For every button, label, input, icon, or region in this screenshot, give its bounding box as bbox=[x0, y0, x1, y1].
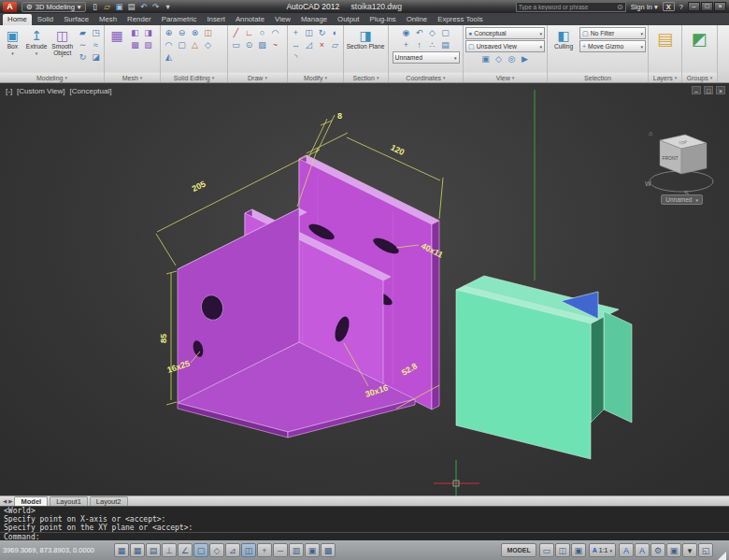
section-plane-button[interactable]: ◨ Section Plane bbox=[346, 27, 385, 72]
close-button[interactable]: × bbox=[714, 2, 726, 11]
viewport-minimize-button[interactable]: – bbox=[692, 86, 701, 94]
ribbon-tab-home[interactable]: Home bbox=[3, 14, 32, 25]
exchange-button[interactable]: X bbox=[663, 2, 675, 11]
view-perspective-icon[interactable]: ◇ bbox=[493, 53, 505, 65]
panel-label-view[interactable]: View▾ bbox=[464, 72, 547, 82]
polyline-icon[interactable]: ∟ bbox=[243, 27, 255, 38]
ellipse-icon[interactable]: ⊙ bbox=[243, 39, 255, 50]
selection-cycling-icon[interactable]: ▩ bbox=[321, 543, 336, 557]
ucs-origin-icon[interactable]: + bbox=[400, 39, 412, 50]
viewcube-home-icon[interactable]: ⌂ bbox=[649, 130, 652, 136]
trim-icon[interactable]: × bbox=[316, 39, 328, 50]
viewcube-west-label[interactable]: W bbox=[645, 180, 651, 187]
fillet-edge-icon[interactable]: ◠ bbox=[163, 39, 175, 50]
panel-label-draw[interactable]: Draw▾ bbox=[228, 72, 287, 82]
tab-model[interactable]: Model bbox=[14, 496, 48, 506]
ribbon-tab-express-tools[interactable]: Express Tools bbox=[433, 14, 487, 25]
slice-solid-icon[interactable]: ◫ bbox=[202, 27, 214, 38]
panel-label-mesh[interactable]: Mesh▾ bbox=[105, 72, 160, 82]
panel-label-modeling[interactable]: Modeling▾ bbox=[0, 72, 104, 82]
undo-icon[interactable]: ↶ bbox=[139, 2, 149, 12]
restore-button[interactable]: □ bbox=[701, 2, 713, 11]
extrude-button[interactable]: ↥ Extrude ▾ bbox=[25, 27, 49, 72]
ucs-named-icon[interactable]: ▤ bbox=[439, 39, 451, 50]
smooth-more-icon[interactable]: ◧ bbox=[129, 27, 141, 38]
view-camera-icon[interactable]: ▣ bbox=[479, 53, 492, 65]
sweep-icon[interactable]: ∼ bbox=[77, 39, 89, 50]
arc-icon[interactable]: ◠ bbox=[269, 27, 281, 38]
coordinate-display[interactable]: 3969.3069, 873.8903, 0.0000 bbox=[3, 546, 111, 554]
panel-label-selection[interactable]: Selection bbox=[548, 72, 648, 82]
annotation-visibility-icon[interactable]: A bbox=[619, 543, 634, 557]
infer-constraints-icon[interactable]: ▦ bbox=[114, 543, 129, 557]
panel-label-groups[interactable]: Groups▾ bbox=[682, 72, 717, 82]
drawing-area[interactable]: 8 120 205 40x11 85 16x25 30x16 52.8 W S … bbox=[0, 83, 729, 495]
save-file-icon[interactable]: ▣ bbox=[115, 2, 124, 12]
slice-icon[interactable]: ◪ bbox=[90, 51, 102, 63]
visual-style-combo[interactable]: ● Conceptual ▾ bbox=[465, 27, 545, 39]
dynamic-ucs-icon[interactable]: ◫ bbox=[241, 543, 256, 557]
ribbon-tab-solid[interactable]: Solid bbox=[33, 14, 58, 25]
bracket-part[interactable] bbox=[178, 155, 439, 438]
transparency-icon[interactable]: ▥ bbox=[289, 543, 304, 557]
erase-icon[interactable]: ▱ bbox=[329, 39, 341, 50]
stretch-icon[interactable]: ↔ bbox=[290, 39, 302, 50]
loft-icon[interactable]: ≈ bbox=[90, 39, 102, 50]
offset-edge-icon[interactable]: ◇ bbox=[202, 39, 214, 50]
status-menu-icon[interactable]: ▾ bbox=[682, 543, 697, 557]
layers-button[interactable]: ▤ bbox=[650, 27, 679, 72]
viewport-restore-button[interactable]: □ bbox=[704, 86, 713, 94]
ribbon-tab-output[interactable]: Output bbox=[333, 14, 364, 25]
rotate-icon[interactable]: ↻ bbox=[316, 27, 328, 38]
ribbon-tab-annotate[interactable]: Annotate bbox=[231, 14, 269, 25]
sign-in-button[interactable]: Sign In ▾ bbox=[631, 3, 658, 11]
gizmo-combo[interactable]: + Move Gizmo ▾ bbox=[579, 40, 646, 52]
presspull-icon[interactable]: ◳ bbox=[90, 27, 102, 38]
object-snap-icon[interactable]: ▢ bbox=[193, 543, 208, 557]
qat-menu-icon[interactable]: ▾ bbox=[164, 2, 173, 12]
layout-switch-icon[interactable]: ▭ bbox=[539, 543, 554, 557]
smooth-object-button[interactable]: ◫ Smooth Object bbox=[50, 27, 75, 72]
help-button[interactable]: ? bbox=[679, 3, 683, 11]
groups-button[interactable]: ◩ bbox=[684, 27, 715, 72]
redo-icon[interactable]: ↷ bbox=[151, 2, 161, 12]
culling-button[interactable]: ◧ Culling bbox=[550, 27, 578, 72]
quick-properties-icon[interactable]: ▣ bbox=[305, 543, 320, 557]
ribbon-tab-parametric[interactable]: Parametric bbox=[157, 14, 202, 25]
open-file-icon[interactable]: ▱ bbox=[103, 2, 112, 12]
ucs-3point-icon[interactable]: ∴ bbox=[426, 39, 438, 50]
object-snap-tracking-icon[interactable]: ⊿ bbox=[225, 543, 240, 557]
toolbar-lock-icon[interactable]: ▣ bbox=[666, 543, 681, 557]
3d-object-snap-icon[interactable]: ◇ bbox=[209, 543, 224, 557]
ucs-world-icon[interactable]: ◉ bbox=[400, 27, 412, 38]
subtract-icon[interactable]: ⊖ bbox=[176, 27, 188, 38]
add-crease-icon[interactable]: ▨ bbox=[142, 39, 154, 50]
viewcube-ucs-button[interactable]: Unnamed ▾ bbox=[661, 194, 703, 205]
snap-mode-icon[interactable]: ▦ bbox=[130, 543, 145, 557]
viewport-visual-style-menu[interactable]: [Conceptual] bbox=[70, 87, 112, 95]
new-file-icon[interactable]: ▯ bbox=[91, 2, 100, 12]
move-icon[interactable]: + bbox=[290, 27, 302, 38]
plot-icon[interactable]: ▤ bbox=[127, 2, 136, 12]
layout-nav-next-icon[interactable]: ▶ bbox=[8, 498, 12, 504]
viewport-controls-menu[interactable]: [-] bbox=[6, 87, 12, 95]
revolve-icon[interactable]: ↻ bbox=[77, 51, 89, 63]
workspace-switcher[interactable]: ⚙ 3D Modeling ▾ bbox=[21, 2, 86, 12]
view-motion-icon[interactable]: ▶ bbox=[519, 53, 531, 65]
spline-icon[interactable]: ~ bbox=[269, 39, 281, 50]
viewport-close-button[interactable]: × bbox=[716, 86, 725, 94]
shell-icon[interactable]: ▢ bbox=[176, 39, 188, 50]
annotation-autoscale-icon[interactable]: A bbox=[635, 543, 650, 557]
line-icon[interactable]: ╱ bbox=[230, 27, 242, 38]
ribbon-tab-mesh[interactable]: Mesh bbox=[94, 14, 122, 25]
ortho-mode-icon[interactable]: ⊥ bbox=[162, 543, 177, 557]
panel-label-coordinates[interactable]: Coordinates▾ bbox=[389, 72, 463, 82]
clean-screen-icon[interactable]: ◱ bbox=[698, 543, 713, 557]
statusbar-corner-grip[interactable] bbox=[718, 552, 726, 560]
box-button[interactable]: ▣ Box ▾ bbox=[2, 27, 23, 72]
named-view-combo[interactable]: ▢ Unsaved View ▾ bbox=[465, 40, 545, 52]
dynamic-input-icon[interactable]: + bbox=[257, 543, 272, 557]
annotation-scale[interactable]: A 1:1 ▾ bbox=[589, 543, 616, 557]
grid-display-icon[interactable]: ▤ bbox=[146, 543, 161, 557]
mirror-icon[interactable]: ◐ bbox=[329, 27, 341, 38]
